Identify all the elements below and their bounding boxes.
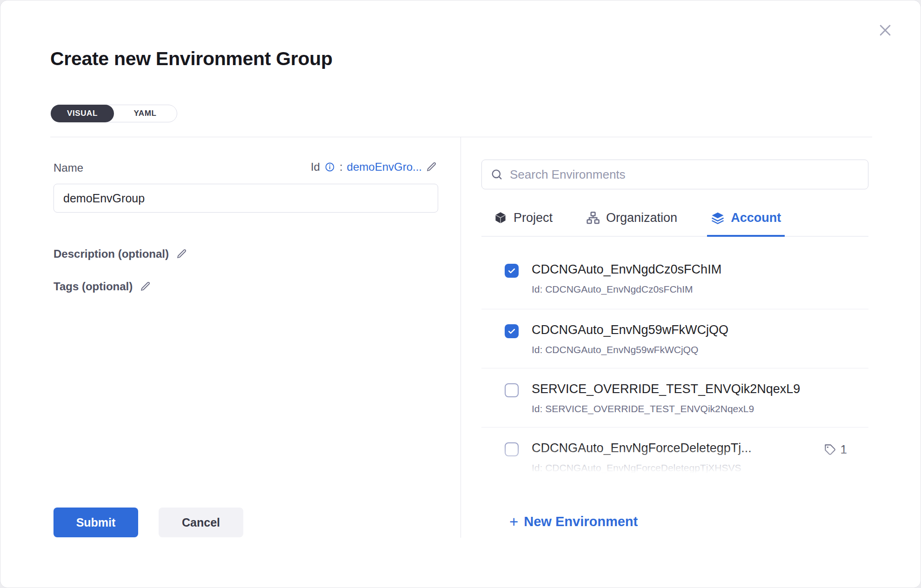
tab-account-label: Account	[731, 210, 781, 226]
id-value: demoEnvGro...	[347, 160, 422, 174]
edit-description-pencil-icon[interactable]	[176, 248, 187, 260]
new-environment-button[interactable]: + New Environment	[509, 514, 638, 529]
environment-name: SERVICE_OVERRIDE_TEST_ENVQik2NqexL9	[532, 381, 868, 396]
id-label: Id	[311, 160, 320, 174]
tab-organization[interactable]: Organization	[582, 203, 681, 237]
toggle-yaml[interactable]: YAML	[113, 105, 177, 122]
tags-label: Tags (optional)	[53, 280, 133, 293]
tab-project[interactable]: Project	[490, 203, 556, 237]
search-icon	[490, 168, 503, 181]
panel-divider	[460, 137, 461, 538]
cube-icon	[494, 211, 507, 225]
create-environment-group-dialog: Create new Environment Group VISUAL YAML…	[0, 0, 921, 588]
environment-id: Id: CDCNGAuto_EnvNgdCz0sFChIM	[532, 284, 868, 295]
environment-id: Id: SERVICE_OVERRIDE_TEST_ENVQik2NqexL9	[532, 403, 868, 414]
layers-icon	[711, 211, 725, 225]
id-colon: :	[340, 160, 343, 174]
visual-yaml-toggle: VISUAL YAML	[51, 105, 177, 122]
scope-tabs: Project Organization Account	[481, 203, 868, 237]
close-icon[interactable]	[875, 20, 895, 40]
search-environments-box	[481, 160, 868, 189]
tags-row: Tags (optional)	[53, 280, 151, 293]
environment-id: Id: CDCNGAuto_EnvNg59wFkWCjQQ	[532, 344, 868, 355]
entity-id-row: Id : demoEnvGro...	[311, 160, 437, 174]
environment-name: CDCNGAuto_EnvNg59wFkWCjQQ	[532, 322, 868, 337]
header-divider	[50, 137, 872, 137]
description-label: Description (optional)	[53, 247, 169, 261]
environment-checkbox[interactable]	[505, 442, 519, 456]
environment-row: CDCNGAuto_EnvNg59wFkWCjQQ Id: CDCNGAuto_…	[481, 309, 868, 368]
environment-row: CDCNGAuto_EnvNgForceDeletegpTj... Id: CD…	[481, 428, 868, 478]
toggle-visual[interactable]: VISUAL	[51, 105, 114, 122]
submit-button[interactable]: Submit	[53, 508, 138, 537]
tab-organization-label: Organization	[606, 210, 677, 226]
tag-count-badge: 1	[824, 442, 847, 457]
tag-icon	[824, 443, 836, 456]
tag-count: 1	[841, 442, 847, 457]
edit-id-pencil-icon[interactable]	[426, 161, 437, 173]
environment-list[interactable]: CDCNGAuto_EnvNgdCz0sFChIM Id: CDCNGAuto_…	[481, 239, 868, 478]
plus-icon: +	[509, 515, 518, 529]
tab-account[interactable]: Account	[707, 203, 785, 237]
page-title: Create new Environment Group	[50, 48, 333, 70]
environment-id: Id: CDCNGAuto_EnvNgForceDeletegpTjXHSVS	[532, 462, 811, 474]
description-row: Description (optional)	[53, 247, 187, 261]
environment-checkbox[interactable]	[505, 324, 519, 338]
new-environment-label: New Environment	[524, 514, 638, 529]
name-label: Name	[53, 161, 83, 174]
tab-project-label: Project	[514, 210, 553, 226]
info-icon[interactable]	[324, 161, 335, 173]
name-input[interactable]	[53, 184, 438, 213]
environment-row: SERVICE_OVERRIDE_TEST_ENVQik2NqexL9 Id: …	[481, 368, 868, 428]
environment-checkbox[interactable]	[505, 383, 519, 397]
environment-name: CDCNGAuto_EnvNgForceDeletegpTj...	[532, 441, 811, 455]
environment-name: CDCNGAuto_EnvNgdCz0sFChIM	[532, 262, 868, 277]
environment-checkbox[interactable]	[505, 264, 519, 278]
org-hierarchy-icon	[586, 211, 600, 225]
environment-row: CDCNGAuto_EnvNgdCz0sFChIM Id: CDCNGAuto_…	[481, 239, 868, 309]
cancel-button[interactable]: Cancel	[159, 508, 243, 537]
search-environments-input[interactable]	[510, 167, 860, 182]
edit-tags-pencil-icon[interactable]	[140, 281, 151, 292]
